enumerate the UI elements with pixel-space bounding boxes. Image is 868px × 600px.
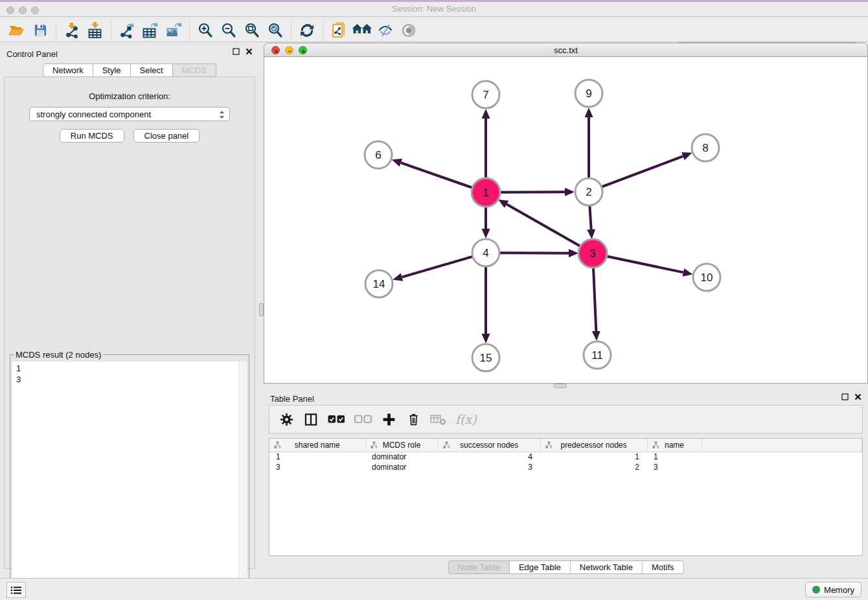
graph-edge-1-2[interactable] — [500, 192, 565, 192]
tab-network[interactable]: Network — [43, 63, 93, 77]
import-table-icon[interactable] — [84, 21, 107, 40]
close-view-button[interactable] — [271, 46, 280, 54]
import-network-icon[interactable] — [60, 21, 84, 40]
table-cell[interactable]: 2 — [540, 462, 647, 472]
save-icon[interactable] — [29, 21, 52, 40]
network-from-file-icon[interactable] — [327, 21, 350, 40]
close-panel-icon[interactable] — [246, 48, 253, 55]
node-table[interactable]: shared nameMCDS rolesuccessor nodesprede… — [269, 438, 863, 556]
tab-motifs[interactable]: Motifs — [643, 560, 684, 574]
zoom-window-button[interactable] — [31, 6, 39, 14]
graph-edge-1-6[interactable] — [401, 163, 472, 188]
titlebar: Session: New Session — [0, 0, 868, 17]
close-panel-icon[interactable] — [854, 393, 862, 400]
column-header-MCDS-role[interactable]: MCDS role — [365, 439, 438, 452]
tab-select[interactable]: Select — [131, 63, 173, 77]
add-row-icon[interactable] — [381, 410, 396, 429]
graph-node-label: 8 — [702, 142, 708, 154]
memory-button[interactable]: Memory — [805, 582, 862, 597]
zoom-selected-icon[interactable] — [264, 21, 287, 40]
float-panel-icon[interactable] — [233, 48, 240, 55]
graph-edge-4-14[interactable] — [402, 257, 472, 277]
network-window-titlebar[interactable]: scc.txt — [264, 43, 868, 57]
graph-node-label: 7 — [483, 89, 488, 101]
graph-node-label: 10 — [701, 271, 713, 284]
table-cell[interactable]: 4 — [438, 452, 540, 462]
export-network-icon[interactable] — [115, 21, 139, 40]
function-builder-icon[interactable]: f(x) — [455, 410, 477, 429]
task-history-button[interactable] — [6, 582, 26, 598]
table-panel-title: Table Panel — [270, 394, 314, 404]
tab-node-table[interactable]: Node Table — [448, 560, 510, 574]
select-all-icon[interactable] — [328, 410, 345, 429]
toggle-columns-icon[interactable] — [303, 410, 319, 429]
list-icon — [10, 586, 22, 595]
mcds-panel: Optimization criterion: strongly connect… — [4, 76, 255, 569]
main-toolbar — [0, 19, 868, 42]
graph-edge-2-3[interactable] — [589, 206, 591, 229]
zoom-in-icon[interactable] — [194, 21, 217, 40]
show-panel-eye-icon[interactable] — [397, 21, 420, 40]
table-cell[interactable]: 3 — [269, 462, 365, 472]
delete-table-icon[interactable] — [430, 410, 446, 429]
minimize-view-button[interactable] — [285, 46, 293, 54]
table-cell[interactable]: 3 — [647, 462, 702, 472]
delete-row-icon[interactable] — [405, 410, 421, 429]
minimize-window-button[interactable] — [19, 6, 27, 14]
application-window: Session: New Session — [0, 0, 868, 600]
column-header-shared-name[interactable]: shared name — [269, 439, 365, 452]
zoom-fit-icon[interactable] — [240, 21, 264, 40]
table-cell[interactable]: dominator — [365, 452, 438, 462]
column-header-predecessor-nodes[interactable]: predecessor nodes — [540, 439, 647, 452]
tab-edge-table[interactable]: Edge Table — [510, 560, 571, 574]
table-cell[interactable]: dominator — [365, 462, 438, 472]
zoom-out-icon[interactable] — [217, 21, 240, 40]
table-cell[interactable]: 1 — [269, 452, 365, 462]
export-image-icon[interactable] — [162, 21, 185, 40]
graph-edge-3-1[interactable] — [507, 204, 580, 246]
table-cell[interactable]: 3 — [438, 462, 540, 472]
vertical-splitter[interactable] — [259, 43, 264, 574]
mcds-result-title: MCDS result (2 nodes) — [14, 350, 103, 360]
graph-edge-3-10[interactable] — [607, 257, 683, 273]
control-panel-title: Control Panel — [6, 49, 58, 59]
table-settings-icon[interactable] — [279, 410, 294, 429]
export-table-icon[interactable] — [139, 21, 162, 40]
splitter-grip[interactable] — [554, 384, 567, 388]
open-file-icon[interactable] — [5, 21, 29, 40]
close-window-button[interactable] — [6, 6, 14, 14]
float-panel-icon[interactable] — [841, 393, 849, 400]
network-view-window: scc.txt 1234678910111415 — [264, 43, 868, 384]
column-header-successor-nodes[interactable]: successor nodes — [438, 439, 540, 452]
toolbar-separator — [111, 21, 111, 40]
criterion-dropdown[interactable]: strongly connected component — [29, 107, 230, 121]
mcds-result-list[interactable]: 13 — [12, 362, 247, 599]
hide-panel-eye-icon[interactable] — [374, 21, 397, 40]
graph-edge-2-8[interactable] — [602, 156, 683, 187]
scrollbar[interactable] — [238, 362, 247, 599]
table-row[interactable]: 1dominator411 — [269, 452, 862, 462]
memory-label: Memory — [824, 585, 854, 595]
tab-style[interactable]: Style — [93, 63, 131, 77]
splitter-grip[interactable] — [259, 303, 264, 316]
tab-mcds[interactable]: MCDS — [173, 63, 216, 77]
tab-network-table[interactable]: Network Table — [571, 560, 643, 574]
graph-edge-4-3[interactable] — [500, 253, 569, 253]
hierarchy-icon — [545, 441, 553, 451]
run-mcds-button[interactable]: Run MCDS — [60, 129, 124, 143]
refresh-icon[interactable] — [295, 21, 319, 40]
horizontal-splitter[interactable] — [264, 384, 868, 389]
graph-edge-3-11[interactable] — [593, 268, 596, 331]
table-row[interactable]: 3dominator323 — [269, 462, 862, 472]
table-cell[interactable]: 1 — [647, 452, 702, 462]
memory-status-dot — [812, 586, 820, 594]
network-canvas[interactable]: 1234678910111415 — [264, 57, 868, 384]
close-panel-button[interactable]: Close panel — [133, 129, 200, 143]
column-header-name[interactable]: name — [647, 439, 702, 452]
hierarchy-icon — [371, 441, 378, 451]
deselect-all-icon[interactable] — [354, 410, 372, 429]
home-icon[interactable] — [350, 21, 374, 40]
maximize-view-button[interactable] — [299, 46, 307, 54]
table-panel: Table Panel — [264, 389, 868, 575]
table-cell[interactable]: 1 — [540, 452, 647, 462]
